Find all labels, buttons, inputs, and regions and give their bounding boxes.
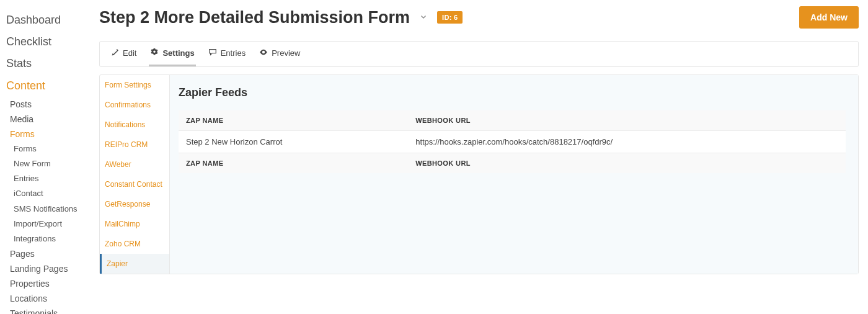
settings-item-mailchimp[interactable]: MailChimp bbox=[100, 214, 169, 234]
nav-testimonials[interactable]: Testimonials bbox=[6, 306, 93, 314]
tab-entries-label: Entries bbox=[221, 48, 246, 58]
cell-webhook-url: https://hooks.zapier.com/hooks/catch/881… bbox=[408, 131, 846, 153]
content-area: Zapier Feeds ZAP NAME WEBHOOK URL Step 2… bbox=[170, 75, 858, 274]
nav-forms-new-form[interactable]: New Form bbox=[6, 156, 93, 171]
chevron-down-icon[interactable] bbox=[419, 11, 428, 24]
add-new-button[interactable]: Add New bbox=[799, 6, 859, 29]
tab-entries[interactable]: Entries bbox=[207, 42, 247, 66]
nav-media[interactable]: Media bbox=[6, 112, 93, 127]
nav-forms-entries[interactable]: Entries bbox=[6, 171, 93, 186]
main: Step 2 More Detailed Submission Form ID:… bbox=[93, 0, 868, 314]
content-title: Zapier Feeds bbox=[179, 86, 846, 99]
tabs: Edit Settings Entries Preview bbox=[100, 42, 858, 66]
col-header-zap-name: ZAP NAME bbox=[179, 110, 408, 131]
table-row[interactable]: Step 2 New Horizon Carrot https://hooks.… bbox=[179, 131, 846, 153]
settings-item-constant-contact[interactable]: Constant Contact bbox=[100, 174, 169, 194]
tab-preview[interactable]: Preview bbox=[258, 42, 301, 66]
settings-item-notifications[interactable]: Notifications bbox=[100, 115, 169, 135]
zapier-table: ZAP NAME WEBHOOK URL Step 2 New Horizon … bbox=[179, 110, 846, 173]
settings-item-getresponse[interactable]: GetResponse bbox=[100, 194, 169, 214]
id-badge: ID: 6 bbox=[437, 11, 463, 24]
tab-settings-label: Settings bbox=[162, 48, 194, 58]
settings-item-zapier[interactable]: Zapier bbox=[100, 254, 169, 274]
settings-body: Form Settings Confirmations Notification… bbox=[99, 74, 859, 274]
nav-pages[interactable]: Pages bbox=[6, 246, 93, 261]
nav-checklist[interactable]: Checklist bbox=[6, 31, 93, 53]
nav-forms-integrations[interactable]: Integrations bbox=[6, 231, 93, 246]
cell-zap-name: Step 2 New Horizon Carrot bbox=[179, 131, 408, 153]
nav-posts[interactable]: Posts bbox=[6, 97, 93, 112]
col-footer-zap-name: ZAP NAME bbox=[179, 153, 408, 174]
nav-forms-icontact[interactable]: iContact bbox=[6, 186, 93, 201]
tab-edit-label: Edit bbox=[123, 48, 136, 58]
zapier-table-wrap: ZAP NAME WEBHOOK URL Step 2 New Horizon … bbox=[179, 110, 846, 173]
tab-settings[interactable]: Settings bbox=[149, 42, 195, 66]
nav-locations[interactable]: Locations bbox=[6, 291, 93, 306]
col-header-webhook-url: WEBHOOK URL bbox=[408, 110, 846, 131]
nav-landing-pages[interactable]: Landing Pages bbox=[6, 261, 93, 276]
settings-item-zoho-crm[interactable]: Zoho CRM bbox=[100, 234, 169, 254]
nav-properties[interactable]: Properties bbox=[6, 276, 93, 291]
pencil-icon bbox=[111, 48, 119, 58]
col-footer-webhook-url: WEBHOOK URL bbox=[408, 153, 846, 174]
settings-item-aweber[interactable]: AWeber bbox=[100, 155, 169, 174]
gears-icon bbox=[150, 48, 159, 58]
eye-icon bbox=[259, 48, 268, 58]
nav-stats[interactable]: Stats bbox=[6, 53, 93, 74]
nav-forms-import-export[interactable]: Import/Export bbox=[6, 217, 93, 231]
nav-forms[interactable]: Forms bbox=[6, 127, 93, 141]
chat-icon bbox=[208, 48, 217, 58]
left-nav: Dashboard Checklist Stats Content Posts … bbox=[0, 0, 93, 314]
nav-dashboard[interactable]: Dashboard bbox=[6, 9, 93, 31]
nav-content[interactable]: Content bbox=[6, 75, 93, 97]
tab-edit[interactable]: Edit bbox=[110, 42, 138, 66]
nav-forms-sms-notifications[interactable]: SMS Notifications bbox=[6, 202, 93, 217]
settings-item-confirmations[interactable]: Confirmations bbox=[100, 95, 169, 115]
nav-forms-forms[interactable]: Forms bbox=[6, 141, 93, 156]
settings-item-reipro-crm[interactable]: REIPro CRM bbox=[100, 135, 169, 155]
tabs-panel: Edit Settings Entries Preview bbox=[99, 41, 859, 67]
header-row: Step 2 More Detailed Submission Form ID:… bbox=[99, 6, 859, 29]
tab-preview-label: Preview bbox=[272, 48, 300, 58]
page-title: Step 2 More Detailed Submission Form bbox=[99, 8, 410, 27]
settings-item-form-settings[interactable]: Form Settings bbox=[100, 75, 169, 95]
settings-side-nav: Form Settings Confirmations Notification… bbox=[100, 75, 170, 274]
